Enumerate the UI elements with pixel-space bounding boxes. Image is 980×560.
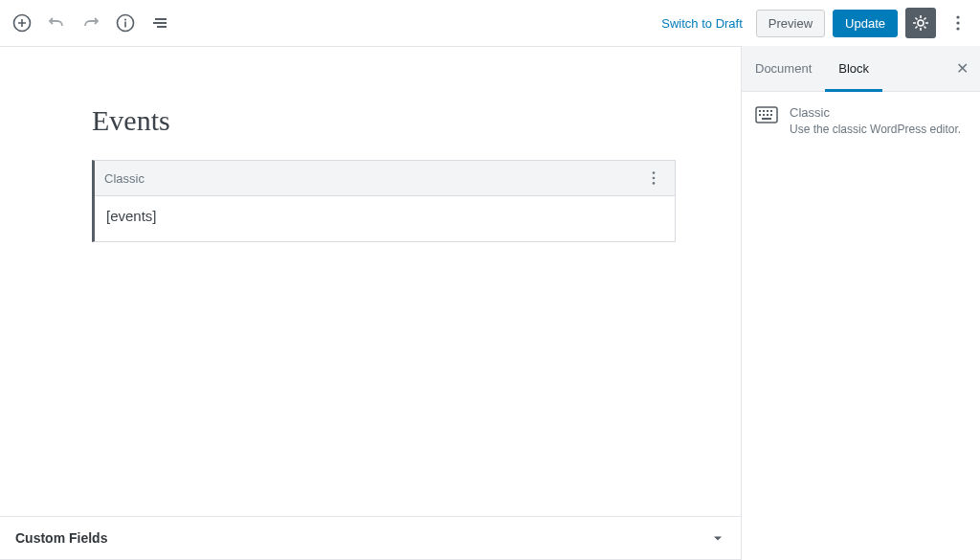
toolbar-right: Switch to Draft Preview Update	[661, 8, 972, 38]
update-button[interactable]: Update	[833, 10, 898, 37]
block-options-button[interactable]	[642, 167, 665, 190]
editor-canvas[interactable]: Events Classic [events]	[0, 46, 741, 516]
gear-icon	[911, 13, 930, 33]
post-wrapper: Events Classic [events]	[92, 104, 676, 242]
content-info-button[interactable]	[111, 9, 140, 37]
classic-block-body[interactable]: [events]	[95, 196, 675, 241]
top-toolbar: Switch to Draft Preview Update	[0, 0, 980, 46]
svg-point-5	[956, 15, 959, 18]
svg-rect-13	[763, 110, 765, 112]
svg-point-9	[653, 177, 656, 180]
main-area: Events Classic [events] Custom Fields	[0, 46, 980, 560]
settings-sidebar: Document Block ✕ Classic Use the classic…	[741, 46, 980, 560]
block-info-title: Classic	[790, 105, 967, 120]
svg-rect-3	[124, 22, 126, 28]
more-vertical-icon	[645, 169, 662, 187]
undo-button[interactable]	[42, 9, 71, 37]
svg-rect-17	[763, 114, 765, 116]
svg-rect-14	[767, 110, 768, 112]
close-sidebar-button[interactable]: ✕	[945, 59, 980, 78]
custom-fields-title: Custom Fields	[15, 530, 107, 546]
keyboard-icon	[755, 105, 778, 124]
undo-icon	[47, 13, 66, 33]
preview-button[interactable]: Preview	[756, 10, 825, 37]
plus-circle-icon	[12, 13, 32, 33]
classic-block[interactable]: Classic [events]	[92, 160, 676, 242]
svg-rect-16	[759, 114, 761, 116]
info-icon	[116, 13, 135, 33]
more-vertical-icon	[948, 13, 968, 33]
sidebar-tabs: Document Block ✕	[742, 46, 980, 92]
post-title[interactable]: Events	[92, 104, 676, 137]
settings-button[interactable]	[905, 8, 936, 38]
svg-point-6	[956, 21, 959, 24]
svg-point-4	[918, 20, 924, 26]
classic-block-header: Classic	[95, 161, 675, 196]
svg-point-8	[653, 171, 656, 174]
tab-block[interactable]: Block	[825, 46, 882, 91]
custom-fields-panel[interactable]: Custom Fields	[0, 516, 741, 560]
redo-icon	[81, 13, 100, 33]
block-info-text: Classic Use the classic WordPress editor…	[790, 105, 967, 138]
block-info-description: Use the classic WordPress editor.	[790, 122, 967, 138]
more-menu-button[interactable]	[944, 9, 972, 37]
close-icon: ✕	[956, 60, 969, 77]
svg-rect-18	[767, 114, 768, 116]
svg-rect-19	[770, 114, 772, 116]
svg-rect-20	[762, 118, 771, 120]
chevron-down-icon	[710, 530, 725, 546]
add-block-button[interactable]	[8, 9, 36, 37]
toolbar-left	[8, 9, 174, 37]
block-info: Classic Use the classic WordPress editor…	[742, 92, 980, 151]
block-navigation-button[interactable]	[145, 9, 174, 37]
tab-document[interactable]: Document	[742, 46, 825, 91]
switch-to-draft-link[interactable]: Switch to Draft	[661, 16, 743, 31]
svg-point-2	[124, 19, 126, 21]
redo-button[interactable]	[77, 9, 105, 37]
classic-block-label: Classic	[104, 171, 145, 186]
svg-point-10	[653, 182, 656, 185]
list-icon	[150, 13, 169, 33]
svg-rect-15	[770, 110, 772, 112]
svg-point-7	[956, 27, 959, 30]
editor-column: Events Classic [events] Custom Fields	[0, 46, 741, 560]
svg-rect-12	[759, 110, 761, 112]
